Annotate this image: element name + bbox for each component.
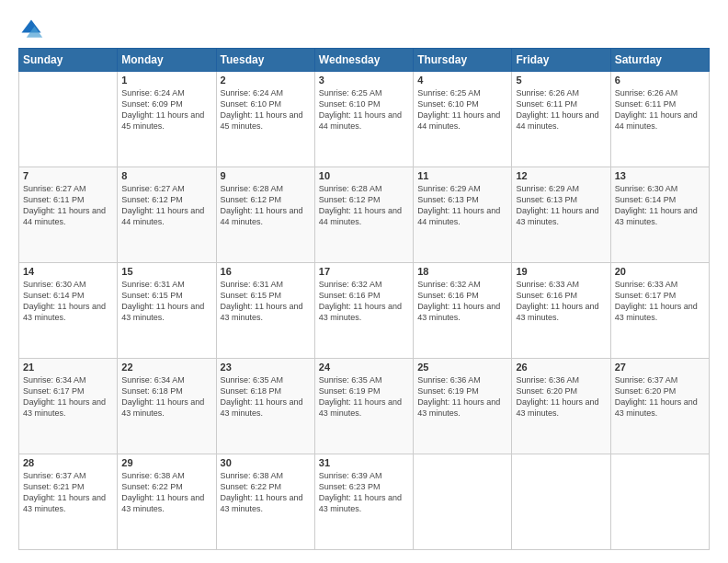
day-info: Sunrise: 6:34 AM Sunset: 6:18 PM Dayligh…: [121, 374, 211, 419]
day-info: Sunrise: 6:29 AM Sunset: 6:13 PM Dayligh…: [516, 183, 606, 228]
calendar-cell: 10Sunrise: 6:28 AM Sunset: 6:12 PM Dayli…: [314, 167, 413, 263]
day-info: Sunrise: 6:32 AM Sunset: 6:16 PM Dayligh…: [319, 279, 409, 324]
day-info: Sunrise: 6:27 AM Sunset: 6:11 PM Dayligh…: [23, 183, 113, 228]
day-number: 8: [121, 170, 211, 181]
day-info: Sunrise: 6:24 AM Sunset: 6:09 PM Dayligh…: [121, 87, 211, 132]
day-number: 26: [516, 362, 606, 373]
calendar-week-3: 14Sunrise: 6:30 AM Sunset: 6:14 PM Dayli…: [19, 263, 710, 359]
day-number: 24: [319, 362, 409, 373]
day-number: 19: [516, 266, 606, 277]
calendar-header-saturday: Saturday: [610, 49, 709, 72]
calendar-header-row: SundayMondayTuesdayWednesdayThursdayFrid…: [19, 49, 710, 72]
logo-icon: [18, 17, 44, 42]
calendar-header-friday: Friday: [512, 49, 610, 72]
day-number: 31: [319, 457, 409, 468]
day-info: Sunrise: 6:33 AM Sunset: 6:17 PM Dayligh…: [615, 279, 705, 324]
day-info: Sunrise: 6:30 AM Sunset: 6:14 PM Dayligh…: [615, 183, 705, 228]
day-number: 16: [221, 266, 311, 277]
day-number: 3: [319, 75, 409, 86]
calendar-cell: 14Sunrise: 6:30 AM Sunset: 6:14 PM Dayli…: [19, 263, 118, 359]
day-number: 27: [615, 362, 705, 373]
day-number: 21: [23, 362, 113, 373]
calendar-cell: 7Sunrise: 6:27 AM Sunset: 6:11 PM Daylig…: [19, 167, 118, 263]
day-info: Sunrise: 6:39 AM Sunset: 6:23 PM Dayligh…: [319, 470, 409, 515]
day-number: 10: [319, 170, 409, 181]
day-info: Sunrise: 6:26 AM Sunset: 6:11 PM Dayligh…: [615, 87, 705, 132]
day-info: Sunrise: 6:32 AM Sunset: 6:16 PM Dayligh…: [417, 279, 507, 324]
calendar-cell: 4Sunrise: 6:25 AM Sunset: 6:10 PM Daylig…: [414, 72, 512, 167]
calendar-cell: 24Sunrise: 6:35 AM Sunset: 6:19 PM Dayli…: [314, 359, 413, 454]
day-number: 23: [221, 362, 311, 373]
page: SundayMondayTuesdayWednesdayThursdayFrid…: [0, 0, 728, 563]
calendar-table: SundayMondayTuesdayWednesdayThursdayFrid…: [18, 48, 710, 550]
calendar-week-2: 7Sunrise: 6:27 AM Sunset: 6:11 PM Daylig…: [19, 167, 710, 263]
calendar-cell: [512, 454, 610, 550]
day-info: Sunrise: 6:28 AM Sunset: 6:12 PM Dayligh…: [319, 183, 409, 228]
day-info: Sunrise: 6:29 AM Sunset: 6:13 PM Dayligh…: [417, 183, 507, 228]
calendar-cell: 15Sunrise: 6:31 AM Sunset: 6:15 PM Dayli…: [118, 263, 216, 359]
day-info: Sunrise: 6:24 AM Sunset: 6:10 PM Dayligh…: [221, 87, 311, 132]
day-number: 1: [121, 75, 211, 86]
day-info: Sunrise: 6:37 AM Sunset: 6:21 PM Dayligh…: [23, 470, 113, 515]
day-info: Sunrise: 6:31 AM Sunset: 6:15 PM Dayligh…: [221, 279, 311, 324]
calendar-header-monday: Monday: [118, 49, 216, 72]
day-number: 15: [121, 266, 211, 277]
day-info: Sunrise: 6:30 AM Sunset: 6:14 PM Dayligh…: [23, 279, 113, 324]
logo: [18, 17, 48, 42]
day-info: Sunrise: 6:36 AM Sunset: 6:20 PM Dayligh…: [516, 374, 606, 419]
calendar-cell: 26Sunrise: 6:36 AM Sunset: 6:20 PM Dayli…: [512, 359, 610, 454]
calendar-week-5: 28Sunrise: 6:37 AM Sunset: 6:21 PM Dayli…: [19, 454, 710, 550]
calendar-cell: 1Sunrise: 6:24 AM Sunset: 6:09 PM Daylig…: [118, 72, 216, 167]
calendar-cell: 11Sunrise: 6:29 AM Sunset: 6:13 PM Dayli…: [414, 167, 512, 263]
calendar-cell: 31Sunrise: 6:39 AM Sunset: 6:23 PM Dayli…: [314, 454, 413, 550]
day-number: 14: [23, 266, 113, 277]
calendar-cell: [610, 454, 709, 550]
day-info: Sunrise: 6:27 AM Sunset: 6:12 PM Dayligh…: [121, 183, 211, 228]
day-info: Sunrise: 6:35 AM Sunset: 6:19 PM Dayligh…: [319, 374, 409, 419]
calendar-cell: 17Sunrise: 6:32 AM Sunset: 6:16 PM Dayli…: [314, 263, 413, 359]
calendar-cell: 6Sunrise: 6:26 AM Sunset: 6:11 PM Daylig…: [610, 72, 709, 167]
day-number: 4: [417, 75, 507, 86]
calendar-cell: 3Sunrise: 6:25 AM Sunset: 6:10 PM Daylig…: [314, 72, 413, 167]
calendar-cell: [19, 72, 118, 167]
calendar-cell: 25Sunrise: 6:36 AM Sunset: 6:19 PM Dayli…: [414, 359, 512, 454]
calendar-week-1: 1Sunrise: 6:24 AM Sunset: 6:09 PM Daylig…: [19, 72, 710, 167]
day-info: Sunrise: 6:38 AM Sunset: 6:22 PM Dayligh…: [221, 470, 311, 515]
day-info: Sunrise: 6:36 AM Sunset: 6:19 PM Dayligh…: [417, 374, 507, 419]
day-number: 29: [121, 457, 211, 468]
calendar-cell: 27Sunrise: 6:37 AM Sunset: 6:20 PM Dayli…: [610, 359, 709, 454]
day-info: Sunrise: 6:28 AM Sunset: 6:12 PM Dayligh…: [221, 183, 311, 228]
calendar-cell: 9Sunrise: 6:28 AM Sunset: 6:12 PM Daylig…: [216, 167, 314, 263]
calendar-cell: [414, 454, 512, 550]
calendar-cell: 8Sunrise: 6:27 AM Sunset: 6:12 PM Daylig…: [118, 167, 216, 263]
calendar-header-sunday: Sunday: [19, 49, 118, 72]
day-info: Sunrise: 6:35 AM Sunset: 6:18 PM Dayligh…: [221, 374, 311, 419]
calendar-cell: 23Sunrise: 6:35 AM Sunset: 6:18 PM Dayli…: [216, 359, 314, 454]
calendar-cell: 21Sunrise: 6:34 AM Sunset: 6:17 PM Dayli…: [19, 359, 118, 454]
day-number: 22: [121, 362, 211, 373]
day-number: 7: [23, 170, 113, 181]
calendar-cell: 19Sunrise: 6:33 AM Sunset: 6:16 PM Dayli…: [512, 263, 610, 359]
calendar-cell: 5Sunrise: 6:26 AM Sunset: 6:11 PM Daylig…: [512, 72, 610, 167]
day-number: 2: [221, 75, 311, 86]
day-info: Sunrise: 6:31 AM Sunset: 6:15 PM Dayligh…: [121, 279, 211, 324]
day-number: 17: [319, 266, 409, 277]
day-info: Sunrise: 6:25 AM Sunset: 6:10 PM Dayligh…: [319, 87, 409, 132]
day-info: Sunrise: 6:37 AM Sunset: 6:20 PM Dayligh…: [615, 374, 705, 419]
day-number: 5: [516, 75, 606, 86]
day-number: 11: [417, 170, 507, 181]
day-number: 18: [417, 266, 507, 277]
calendar-cell: 29Sunrise: 6:38 AM Sunset: 6:22 PM Dayli…: [118, 454, 216, 550]
day-number: 13: [615, 170, 705, 181]
day-info: Sunrise: 6:34 AM Sunset: 6:17 PM Dayligh…: [23, 374, 113, 419]
day-info: Sunrise: 6:38 AM Sunset: 6:22 PM Dayligh…: [121, 470, 211, 515]
day-number: 28: [23, 457, 113, 468]
day-info: Sunrise: 6:26 AM Sunset: 6:11 PM Dayligh…: [516, 87, 606, 132]
calendar-cell: 12Sunrise: 6:29 AM Sunset: 6:13 PM Dayli…: [512, 167, 610, 263]
calendar-cell: 16Sunrise: 6:31 AM Sunset: 6:15 PM Dayli…: [216, 263, 314, 359]
calendar-header-tuesday: Tuesday: [216, 49, 314, 72]
calendar-cell: 2Sunrise: 6:24 AM Sunset: 6:10 PM Daylig…: [216, 72, 314, 167]
calendar-header-thursday: Thursday: [414, 49, 512, 72]
calendar-cell: 28Sunrise: 6:37 AM Sunset: 6:21 PM Dayli…: [19, 454, 118, 550]
top-section: [18, 17, 710, 42]
